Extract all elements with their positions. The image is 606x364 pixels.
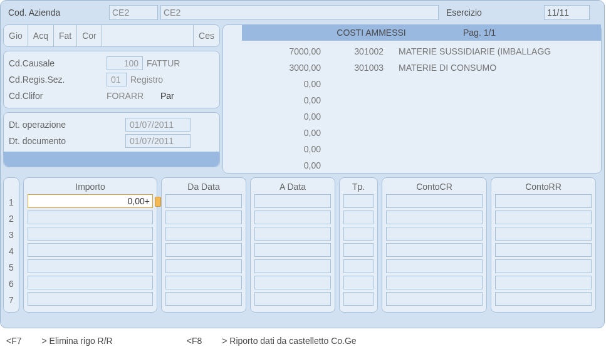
cd-regis-desc: Registro: [130, 75, 163, 85]
cr-cell[interactable]: [386, 276, 483, 289]
cost-panel: COSTI AMMESSI Pag. 1/1 7000,00301002MATE…: [222, 24, 602, 174]
row-num: 5: [4, 259, 19, 276]
col-da-data: Da Data: [161, 177, 246, 313]
rr-cell[interactable]: [495, 292, 592, 306]
cd-causale-desc: FATTUR: [147, 58, 180, 68]
rr-cell[interactable]: [495, 194, 592, 208]
f7-key: <F7: [6, 336, 22, 346]
importo-cell[interactable]: [28, 259, 153, 273]
col-conto-cr: ContoCR: [382, 177, 487, 313]
importo-cell[interactable]: [28, 243, 153, 257]
row-num: 3: [4, 227, 19, 243]
da-cell[interactable]: [165, 276, 242, 289]
a-cell[interactable]: [254, 211, 331, 224]
tab-empty[interactable]: [102, 25, 194, 46]
cd-regis-input[interactable]: [107, 73, 127, 86]
app-window: Cod. Azienda Esercizio Gio Acq Fat Cor C…: [0, 0, 605, 328]
col-importo: Importo 0,00+: [23, 177, 157, 313]
importo-cell[interactable]: [28, 211, 153, 224]
cd-clifor-label: Cd.Clifor: [9, 91, 103, 101]
rr-cell[interactable]: [495, 211, 592, 224]
a-cell[interactable]: [254, 259, 331, 273]
dt-doc-label: Dt. documento: [9, 136, 122, 146]
esercizio-label: Esercizio: [441, 8, 541, 18]
da-cell[interactable]: [165, 292, 242, 306]
importo-cell-1[interactable]: 0,00+: [28, 194, 153, 208]
cost-row: 0,00: [246, 108, 596, 125]
tab-cor[interactable]: Cor: [77, 25, 102, 46]
f8-text: > Riporto dati da castelletto Co.Ge: [222, 336, 356, 346]
da-cell[interactable]: [165, 243, 242, 257]
da-cell[interactable]: [165, 259, 242, 273]
a-cell[interactable]: [254, 276, 331, 289]
a-cell[interactable]: [254, 194, 331, 208]
grid-area: 1 2 3 4 5 6 7 Importo 0,00+ Da Data A Da…: [3, 177, 602, 313]
da-cell[interactable]: [165, 211, 242, 224]
footer-hints: <F7 > Elimina rigo R/R <F8 > Riporto dat…: [0, 328, 606, 353]
dt-op-input[interactable]: [125, 118, 191, 132]
cd-clifor-value: FORARR: [107, 91, 157, 101]
tp-cell[interactable]: [343, 227, 374, 241]
cod-azienda-2-input[interactable]: [160, 5, 439, 20]
cost-page: Pag. 1/1: [463, 28, 601, 38]
tab-ces[interactable]: Ces: [194, 25, 219, 46]
rr-cell[interactable]: [495, 243, 592, 257]
row-num: 4: [4, 243, 19, 259]
col-conto-rr: ContoRR: [491, 177, 596, 313]
rr-cell[interactable]: [495, 227, 592, 241]
esercizio-input[interactable]: [544, 5, 590, 20]
tab-acq[interactable]: Acq: [28, 25, 54, 46]
cr-cell[interactable]: [386, 194, 483, 208]
causale-box: Cd.Causale FATTUR Cd.Regis.Sez. Registro…: [3, 51, 220, 108]
cd-causale-input[interactable]: [107, 56, 143, 70]
cod-azienda-1-input[interactable]: [109, 5, 158, 20]
a-cell[interactable]: [254, 243, 331, 257]
cost-row: 0,00: [246, 76, 596, 92]
cost-row: 0,00: [246, 141, 596, 157]
col-cr-header: ContoCR: [386, 182, 483, 194]
f7-text: > Elimina rigo R/R: [42, 336, 113, 346]
importo-cell[interactable]: [28, 227, 153, 241]
tp-cell[interactable]: [343, 276, 374, 289]
tp-cell[interactable]: [343, 211, 374, 224]
rr-cell[interactable]: [495, 259, 592, 273]
cr-cell[interactable]: [386, 243, 483, 257]
col-a-data: A Data: [250, 177, 335, 313]
cost-row: 0,00: [246, 157, 596, 174]
rr-cell[interactable]: [495, 276, 592, 289]
a-cell[interactable]: [254, 227, 331, 241]
row-num: 7: [4, 292, 19, 308]
col-rr-header: ContoRR: [495, 182, 592, 194]
da-cell[interactable]: [165, 227, 242, 241]
row-num: 1: [4, 194, 19, 211]
a-cell[interactable]: [254, 292, 331, 306]
dt-doc-input[interactable]: [125, 134, 191, 148]
tp-cell[interactable]: [343, 194, 374, 208]
col-importo-header: Importo: [28, 182, 153, 194]
col-da-header: Da Data: [165, 182, 242, 194]
tp-cell[interactable]: [343, 259, 374, 273]
tabs: Gio Acq Fat Cor Ces: [3, 24, 220, 47]
row-num: 6: [4, 276, 19, 292]
tab-fat[interactable]: Fat: [54, 25, 77, 46]
cr-cell[interactable]: [386, 259, 483, 273]
da-cell[interactable]: [165, 194, 242, 208]
cd-regis-label: Cd.Regis.Sez.: [9, 75, 103, 85]
importo-cell[interactable]: [28, 292, 153, 306]
cost-row: 0,00: [246, 125, 596, 141]
cr-cell[interactable]: [386, 227, 483, 241]
tp-cell[interactable]: [343, 243, 374, 257]
f8-key: <F8: [187, 336, 202, 346]
importo-cell[interactable]: [28, 276, 153, 289]
tab-gio[interactable]: Gio: [4, 25, 28, 46]
header-row: Cod. Azienda Esercizio: [3, 3, 602, 22]
cost-row: 3000,00301003MATERIE DI CONSUMO: [246, 60, 596, 76]
tp-cell[interactable]: [343, 292, 374, 306]
cr-cell[interactable]: [386, 211, 483, 224]
cod-azienda-label: Cod. Azienda: [3, 8, 107, 18]
dt-op-label: Dt. operazione: [9, 120, 122, 130]
cr-cell[interactable]: [386, 292, 483, 306]
cost-title: COSTI AMMESSI: [242, 28, 463, 38]
col-tp: Tp.: [339, 177, 378, 313]
blue-bar: [4, 152, 219, 167]
